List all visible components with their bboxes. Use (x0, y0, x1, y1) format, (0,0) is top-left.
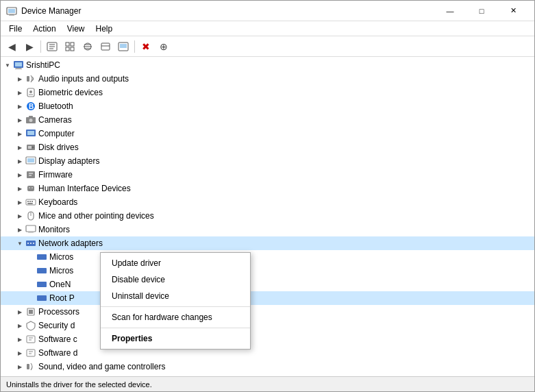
toolbar-btn-refresh[interactable]: ⊕ (155, 39, 172, 54)
expander[interactable]: ▶ (14, 101, 25, 112)
list-item[interactable]: ▼ Network adapters (1, 236, 534, 250)
expander[interactable]: ▶ (14, 210, 25, 221)
menu-bar: File Action View Help (1, 21, 534, 36)
svg-point-26 (29, 90, 32, 93)
list-item[interactable]: ▶ Storage controllers (1, 373, 534, 376)
menu-file[interactable]: File (3, 23, 27, 35)
list-item[interactable]: ▶ Sound, video and game controllers (1, 360, 534, 373)
toolbar-btn-6[interactable] (97, 39, 114, 54)
svg-rect-22 (16, 68, 21, 69)
svg-point-58 (27, 243, 29, 244)
list-item[interactable]: ▶ Software c (1, 332, 534, 346)
svg-rect-8 (66, 42, 69, 46)
expander[interactable]: ▶ (14, 128, 25, 139)
toolbar-btn-7[interactable] (115, 39, 132, 54)
svg-rect-9 (71, 42, 74, 46)
processor-icon (25, 306, 36, 317)
menu-view[interactable]: View (62, 23, 90, 35)
item-label: Computer (38, 129, 75, 138)
sound-icon (25, 361, 36, 372)
item-label: Keyboards (38, 197, 77, 207)
expander[interactable]: ▶ (14, 334, 25, 345)
toolbar-btn-4[interactable] (62, 39, 78, 54)
expander[interactable]: ▶ (14, 361, 25, 372)
toolbar-btn-3[interactable] (44, 39, 60, 54)
app-icon (6, 5, 17, 16)
list-item[interactable]: ▶ Root P (1, 291, 534, 305)
item-label: Storage controllers (38, 376, 108, 376)
expander[interactable]: ▶ (14, 320, 25, 331)
tree-root[interactable]: ▼ SrishtiPC (1, 58, 534, 72)
forward-button[interactable]: ▶ (21, 39, 38, 54)
list-item[interactable]: ▶ Firmware (1, 168, 534, 182)
close-button[interactable]: ✕ (497, 1, 529, 21)
back-button[interactable]: ◀ (3, 39, 20, 54)
expander[interactable]: ▶ (14, 156, 25, 167)
toolbar-btn-delete[interactable]: ✖ (138, 39, 154, 54)
expander[interactable]: ▶ (14, 73, 25, 84)
maximize-button[interactable]: □ (466, 1, 497, 21)
minimize-button[interactable]: — (434, 1, 466, 21)
expander[interactable]: ▶ (14, 183, 25, 194)
menu-action[interactable]: Action (27, 23, 61, 35)
expander[interactable]: ▶ (14, 169, 25, 180)
svg-point-37 (32, 147, 34, 149)
context-menu-properties[interactable]: Properties (101, 330, 250, 347)
list-item[interactable]: ▶ Software d (1, 346, 534, 360)
item-label: Mice and other pointing devices (38, 211, 154, 221)
expander[interactable]: ▶ (14, 224, 25, 235)
svg-rect-40 (29, 164, 33, 164)
list-item[interactable]: ▶ Computer (1, 127, 534, 140)
expander[interactable]: ▶ (14, 375, 25, 376)
svg-rect-44 (27, 186, 34, 191)
device-manager-window: Device Manager — □ ✕ File Action View He… (0, 0, 535, 392)
list-item[interactable]: ▶ OneN (1, 278, 534, 291)
expander[interactable]: ▶ (14, 114, 25, 125)
expander: ▶ (25, 252, 36, 262)
context-menu-scan-hardware[interactable]: Scan for hardware changes (101, 309, 250, 326)
list-item[interactable]: ▶ B Bluetooth (1, 99, 534, 113)
expander[interactable]: ▼ (14, 238, 25, 249)
svg-rect-70 (27, 350, 35, 356)
context-menu-uninstall-device[interactable]: Uninstall device (101, 288, 250, 304)
item-label: Micros (49, 266, 73, 275)
list-item[interactable]: ▶ Keyboards (1, 195, 534, 209)
list-item[interactable]: ▶ Biometric devices (1, 86, 534, 99)
list-item[interactable]: ▶ Security d (1, 319, 534, 332)
display-icon (25, 156, 36, 167)
list-item[interactable]: ▶ Micros (1, 250, 534, 264)
svg-point-45 (29, 187, 30, 188)
expander[interactable]: ▶ (14, 87, 25, 98)
list-item[interactable]: ▶ Audio inputs and outputs (1, 72, 534, 86)
expander: ▶ (25, 265, 36, 276)
root-expander[interactable]: ▼ (2, 60, 13, 71)
expander[interactable]: ▶ (14, 142, 25, 153)
list-item[interactable]: ▶ Micros (1, 264, 534, 278)
toolbar-btn-5[interactable] (79, 39, 96, 54)
item-label: Root P (49, 293, 75, 303)
toolbar: ◀ ▶ ✖ ⊕ (1, 36, 534, 57)
window-title: Device Manager (21, 6, 434, 16)
status-bar: Uninstalls the driver for the selected d… (1, 376, 534, 391)
list-item[interactable]: ▶ Monitors (1, 223, 534, 236)
expander[interactable]: ▶ (14, 347, 25, 358)
list-item[interactable]: ▶ Display adapters (1, 154, 534, 168)
svg-rect-62 (37, 268, 47, 273)
expander[interactable]: ▶ (14, 306, 25, 317)
svg-rect-63 (37, 282, 47, 287)
network-card-icon (36, 279, 47, 290)
tree-view[interactable]: ▼ SrishtiPC ▶ Audio inputs and outputs ▶… (1, 57, 534, 376)
item-label: Biometric devices (38, 88, 103, 97)
item-label: Display adapters (38, 156, 99, 166)
context-menu-disable-device[interactable]: Disable device (101, 271, 250, 288)
list-item[interactable]: ▶ Cameras (1, 113, 534, 127)
expander[interactable]: ▶ (14, 197, 25, 208)
svg-rect-39 (27, 158, 34, 162)
list-item[interactable]: ▶ Disk drives (1, 140, 534, 154)
menu-help[interactable]: Help (90, 23, 119, 35)
list-item[interactable]: ▶ Mice and other pointing devices (1, 209, 534, 223)
context-menu-update-driver[interactable]: Update driver (101, 255, 250, 271)
list-item[interactable]: ▶ Human Interface Devices (1, 182, 534, 195)
svg-rect-32 (29, 116, 33, 118)
list-item[interactable]: ▶ Processors (1, 305, 534, 319)
